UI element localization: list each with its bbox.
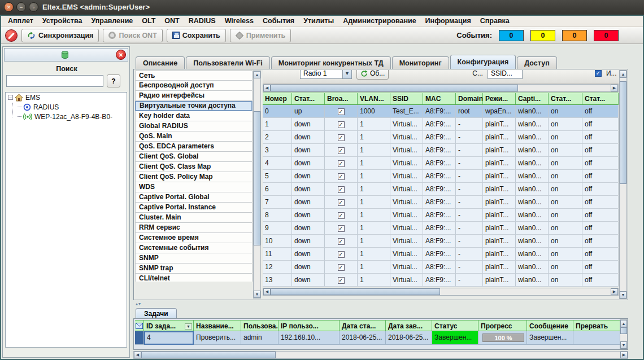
section-item-19[interactable]: SNMP trap (135, 264, 253, 274)
broadcast-checkbox[interactable]: ✓ (338, 251, 345, 258)
scroll-left-icon[interactable]: ◀ (263, 85, 271, 91)
menu-item-5[interactable]: RADIUS (184, 17, 220, 25)
stop-icon[interactable] (5, 29, 18, 42)
search-help-button[interactable]: ? (107, 74, 120, 87)
broadcast-checkbox[interactable]: ✓ (338, 160, 345, 167)
vap-h-scrollbar-bottom[interactable]: ◀ ▶ (263, 288, 619, 296)
tasks-column-header-5[interactable]: Дата зав... (386, 320, 432, 331)
scroll-down-icon[interactable]: ▼ (620, 341, 627, 349)
event-counter-red[interactable]: 0 (594, 30, 619, 41)
titlebar[interactable]: ✕ – ▫ Eltex.EMS <admin:SuperUser> (0, 0, 644, 15)
menu-item-0[interactable]: Апплет (3, 17, 38, 25)
table-row[interactable]: 9down✓1Virtual...A8:F9:...-plainT...wlan… (263, 222, 619, 235)
section-item-16[interactable]: Системное время (135, 233, 253, 243)
broadcast-checkbox[interactable]: ✓ (338, 108, 345, 115)
column-header-1[interactable]: Стат... (292, 93, 325, 105)
menu-item-2[interactable]: Управление (86, 17, 137, 25)
collapse-handle-icon[interactable]: – (8, 95, 13, 100)
scroll-up-icon[interactable]: ▲ (620, 320, 627, 327)
broadcast-checkbox[interactable]: ✓ (338, 277, 345, 284)
scroll-down-icon[interactable]: ▼ (620, 291, 626, 298)
tasks-column-header-6[interactable]: Статус (432, 320, 478, 331)
sync-button[interactable]: Синхронизация (21, 29, 99, 42)
tasks-v-scrollbar[interactable]: ▲ ▼ (620, 319, 628, 349)
scroll-left-icon[interactable]: ◀ (134, 352, 141, 358)
search-input[interactable] (6, 75, 103, 87)
scroll-thumb[interactable] (271, 85, 518, 91)
tab-tasks[interactable]: Задачи (136, 308, 177, 318)
tasks-h-scrollbar[interactable]: ◀ ▶ (133, 351, 628, 359)
broadcast-checkbox[interactable]: ✓ (338, 147, 345, 154)
section-item-2[interactable]: Радио интерфейсы (135, 91, 253, 101)
table-row[interactable]: 3down✓1Virtual...A8:F9:...-plainT...wlan… (263, 144, 619, 157)
tab-4[interactable]: Конфигурация (450, 55, 516, 69)
tree-node-ems[interactable]: – EMS (6, 93, 127, 102)
section-item-5[interactable]: Global RADIUS (135, 121, 253, 131)
column-header-8[interactable]: Capti... (516, 93, 549, 105)
table-row[interactable]: 2down✓1Virtual...A8:F9:...-plainT...wlan… (263, 131, 619, 144)
section-item-14[interactable]: Cluster. Main (135, 213, 253, 223)
tasks-column-header-1[interactable]: Название... (194, 320, 241, 331)
menu-item-11[interactable]: Справка (476, 17, 514, 25)
window-minimize-button[interactable]: – (16, 2, 26, 12)
tasks-column-header-7[interactable]: Прогресс (478, 320, 527, 331)
column-header-2[interactable]: Broa... (325, 93, 358, 105)
save-button[interactable]: Сохранить (167, 29, 226, 42)
column-header-9[interactable]: Стат... (549, 93, 582, 105)
menu-item-10[interactable]: Информация (421, 17, 476, 25)
menu-item-6[interactable]: Wireless (220, 17, 258, 25)
splitter-handle[interactable]: ▴▾ (136, 301, 141, 306)
vap-v-scrollbar[interactable]: ▲ ▼ (619, 70, 627, 299)
scroll-up-icon[interactable]: ▲ (620, 71, 626, 78)
column-header-10[interactable]: Стат... (582, 93, 619, 105)
table-row[interactable]: 1down✓1Virtual...A8:F9:...-plainT...wlan… (263, 118, 619, 131)
sort-arrow-icon[interactable]: ▼ (185, 323, 192, 330)
tasks-column-header-4[interactable]: Дата ста... (340, 320, 386, 331)
table-row[interactable]: 12down✓1Virtual...A8:F9:...-plainT...wla… (263, 261, 619, 274)
refresh-button[interactable]: Об... (356, 70, 389, 80)
section-item-7[interactable]: QoS. EDCA parameters (135, 142, 253, 152)
section-item-4[interactable]: Key holder data (135, 111, 253, 121)
event-counter-orange[interactable]: 0 (562, 30, 587, 41)
table-row[interactable]: 10down✓1Virtual...A8:F9:...-plainT...wla… (263, 235, 619, 248)
table-row[interactable]: 6down✓1Virtual...A8:F9:...-plainT...wlan… (263, 183, 619, 196)
column-header-4[interactable]: SSID (390, 93, 423, 105)
tasks-column-header-0[interactable]: ID зада...▼ (144, 320, 194, 331)
scroll-thumb[interactable] (271, 288, 440, 295)
table-row[interactable]: 7down✓1Virtual...A8:F9:...-plainT...wlan… (263, 196, 619, 209)
section-item-15[interactable]: RRM сервис (135, 223, 253, 233)
tab-3[interactable]: Мониторинг (392, 56, 449, 69)
section-item-17[interactable]: Системные события (135, 243, 253, 253)
section-item-1[interactable]: Беспроводной доступ (135, 81, 253, 91)
column-header-7[interactable]: Режи... (483, 93, 516, 105)
column-header-3[interactable]: VLAN... (358, 93, 390, 105)
section-item-6[interactable]: QoS. Main (135, 131, 253, 142)
scroll-thumb[interactable] (620, 327, 627, 334)
ssid-select[interactable]: SSID... (488, 70, 523, 79)
menu-item-9[interactable]: Администрирование (338, 17, 420, 25)
menu-item-4[interactable]: ONT (160, 17, 184, 25)
tasks-mail-header[interactable] (135, 320, 144, 331)
broadcast-checkbox[interactable]: ✓ (338, 134, 345, 141)
window-close-button[interactable]: ✕ (4, 2, 14, 12)
section-item-11[interactable]: WDS (135, 182, 253, 192)
vap-h-scrollbar-top[interactable]: ◀ ▶ (263, 84, 619, 92)
tree-sync-button[interactable] (59, 49, 71, 60)
section-item-12[interactable]: Captive Portal. Global (135, 192, 253, 203)
column-header-5[interactable]: MAC (423, 93, 456, 105)
menu-item-1[interactable]: Устройства (38, 17, 87, 25)
table-row[interactable]: 0up✓1000Test_E...A8:F9:...rootwpaEn...wl… (263, 105, 619, 118)
scroll-right-icon[interactable]: ▶ (620, 352, 628, 358)
filter-checkbox[interactable]: ✓ (595, 70, 602, 77)
window-maximize-button[interactable]: ▫ (29, 2, 38, 12)
tree-node-radius[interactable]: RADIUS (6, 102, 127, 112)
section-item-20[interactable]: CLI/telnet (135, 274, 253, 282)
scroll-right-icon[interactable]: ▶ (611, 85, 618, 91)
section-item-10[interactable]: Client QoS. Policy Map (135, 172, 253, 182)
broadcast-checkbox[interactable]: ✓ (338, 199, 345, 206)
tasks-column-header-3[interactable]: IP пользо... (279, 320, 340, 331)
scroll-thumb[interactable] (254, 111, 260, 245)
scroll-up-icon[interactable]: ▲ (254, 71, 260, 78)
section-item-18[interactable]: SNMP (135, 253, 253, 264)
tasks-column-header-2[interactable]: Пользова... (241, 320, 279, 331)
